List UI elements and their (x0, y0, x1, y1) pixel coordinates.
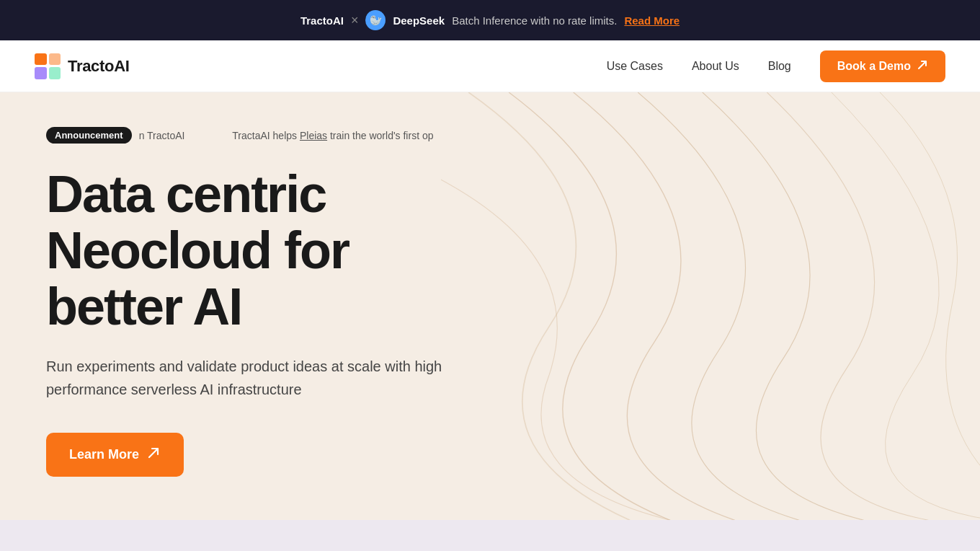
hero-title: Data centric Neocloud for better AI (46, 167, 551, 335)
announcement-description: Batch Inference with no rate limits. (452, 14, 617, 27)
logo-icon (35, 53, 61, 79)
nav-use-cases[interactable]: Use Cases (607, 60, 663, 73)
hero-section: Announcement n TractoAI TractaAI helps P… (0, 92, 980, 520)
pill-badge: Announcement (46, 127, 132, 144)
hero-title-line2: better AI (46, 278, 241, 335)
deepseek-brand: DeepSeek (393, 14, 445, 27)
tractoai-brand: TractoAI (300, 14, 344, 27)
pill-subtext: TractaAI helps (232, 130, 300, 141)
nav-about-us[interactable]: About Us (692, 60, 739, 73)
separator-icon: × (351, 13, 359, 28)
hero-subtitle: Run experiments and validate product ide… (46, 355, 464, 401)
pill-text-prefix: n TractoAI (139, 130, 185, 141)
external-link-icon (917, 59, 928, 74)
read-more-link[interactable]: Read More (624, 14, 680, 27)
book-demo-label: Book a Demo (837, 60, 911, 73)
logo-square-purple (35, 67, 47, 79)
learn-more-button[interactable]: Learn More (46, 433, 184, 477)
logo-square-green (49, 67, 61, 79)
pill-link[interactable]: Pleias (300, 130, 327, 141)
arrow-icon (146, 446, 161, 464)
announcement-bar: TractoAI × 🦭 DeepSeek Batch Inference wi… (0, 0, 980, 40)
nav-links: Use Cases About Us Blog Book a Demo (607, 50, 945, 82)
pill-link-rest: train the world's first op (327, 130, 433, 141)
logo[interactable]: TractoAI (35, 53, 130, 79)
navbar: TractoAI Use Cases About Us Blog Book a … (0, 40, 980, 92)
announcement-pill: Announcement n TractoAI TractaAI helps P… (46, 127, 434, 144)
logo-square-orange-light (49, 53, 61, 66)
hero-title-line1: Data centric Neocloud for (46, 165, 349, 279)
teams-section: Teams choosing to build with TractoAI (0, 520, 980, 551)
nav-blog[interactable]: Blog (768, 60, 791, 73)
learn-more-label: Learn More (69, 447, 139, 462)
logo-text: TractoAI (68, 57, 130, 76)
logo-squares (35, 53, 61, 79)
book-demo-button[interactable]: Book a Demo (820, 50, 945, 82)
logo-square-orange (35, 53, 47, 66)
pill-text: n TractoAI TractaAI helps Pleias train t… (139, 130, 434, 141)
deepseek-logo-icon: 🦭 (365, 10, 386, 30)
